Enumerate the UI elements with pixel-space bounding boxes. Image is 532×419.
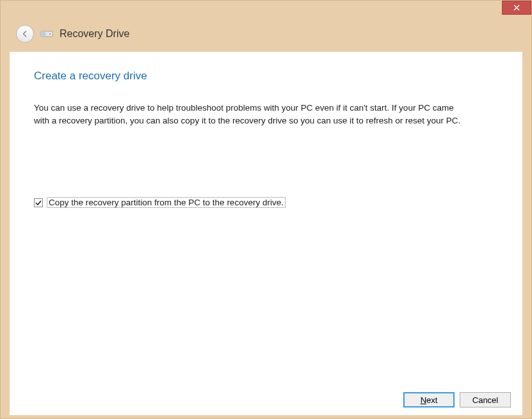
button-bar: Next Cancel	[403, 392, 511, 407]
checkmark-icon	[35, 199, 42, 207]
next-button-rest: ext	[426, 395, 437, 405]
drive-icon	[40, 29, 53, 39]
cancel-button[interactable]: Cancel	[460, 392, 511, 407]
svg-rect-3	[42, 33, 45, 35]
checkbox-row: Copy the recovery partition from the PC …	[34, 197, 498, 208]
next-button[interactable]: Next	[403, 392, 455, 407]
copy-partition-label[interactable]: Copy the recovery partition from the PC …	[47, 197, 286, 208]
back-button[interactable]	[16, 25, 34, 43]
svg-point-4	[49, 33, 51, 35]
back-arrow-icon	[20, 29, 29, 38]
dialog-window: Recovery Drive Create a recovery drive Y…	[0, 0, 532, 419]
content-area: Create a recovery drive You can use a re…	[10, 52, 522, 415]
header: Recovery Drive	[1, 20, 531, 52]
page-description: You can use a recovery drive to help tro…	[34, 102, 469, 127]
close-button[interactable]	[502, 1, 531, 15]
titlebar	[1, 1, 531, 20]
page-heading: Create a recovery drive	[34, 70, 498, 83]
copy-partition-checkbox[interactable]	[34, 198, 43, 207]
close-icon	[513, 4, 520, 11]
window-title: Recovery Drive	[60, 28, 129, 40]
